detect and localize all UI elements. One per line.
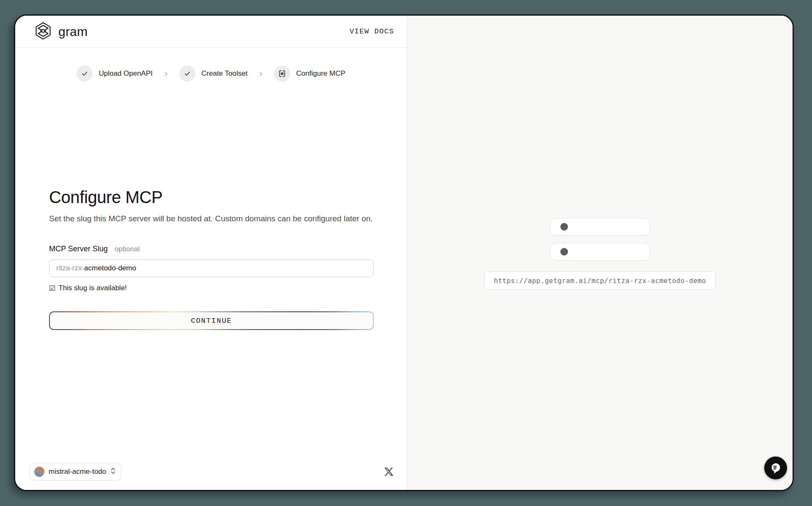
chevron-right-icon — [258, 71, 264, 77]
gram-logo-icon — [34, 22, 52, 42]
checkbox-checked-icon: ☑ — [49, 284, 55, 292]
step-label: Upload OpenAPI — [99, 69, 153, 78]
x-logo-icon — [384, 467, 394, 477]
page-title: Configure MCP — [49, 188, 374, 207]
wizard-footer: mistral-acme-todo — [15, 463, 407, 490]
wizard-pane: gram VIEW DOCS Upload OpenAPI — [15, 16, 407, 490]
step-configure-mcp[interactable]: Configure MCP — [274, 66, 345, 82]
skeleton-dot-icon — [560, 248, 568, 256]
check-icon — [77, 66, 93, 82]
app-header: gram VIEW DOCS — [15, 16, 407, 48]
project-avatar — [34, 467, 44, 477]
configure-mcp-form: Configure MCP Set the slug this MCP serv… — [49, 188, 374, 330]
continue-button[interactable]: CONTINUE — [49, 311, 374, 330]
step-create-toolset[interactable]: Create Toolset — [179, 66, 247, 82]
step-label: Configure MCP — [296, 69, 345, 78]
brand: gram — [34, 22, 88, 42]
project-selector-value: mistral-acme-todo — [49, 468, 106, 476]
slug-field-optional-badge: optional — [115, 245, 140, 253]
skeleton-card — [550, 218, 650, 236]
step-label: Create Toolset — [201, 69, 247, 78]
x-twitter-link[interactable] — [384, 467, 394, 477]
mcp-configure-icon — [274, 66, 290, 82]
slug-value-text: acmetodo-demo — [84, 264, 136, 272]
wizard-stepper: Upload OpenAPI Create Toolset — [15, 66, 407, 82]
select-updown-icon — [110, 467, 116, 477]
chevron-right-icon — [163, 71, 169, 77]
check-icon — [179, 66, 195, 82]
continue-button-label: CONTINUE — [50, 312, 373, 329]
chat-bubble-icon — [769, 462, 782, 474]
skeleton-card — [550, 243, 650, 261]
project-selector-dropdown[interactable]: mistral-acme-todo — [30, 463, 121, 481]
mcp-preview-pane: https://app.getgram.ai/mcp/ritza-rzx-acm… — [407, 16, 793, 490]
slug-field-header: MCP Server Slug optional — [49, 245, 374, 253]
page-subtitle: Set the slug this MCP server will be hos… — [49, 214, 374, 223]
slug-field-label: MCP Server Slug — [49, 245, 108, 253]
slug-availability-message: This slug is available! — [58, 284, 127, 292]
mcp-preview-stack: https://app.getgram.ai/mcp/ritza-rzx-acm… — [407, 218, 793, 290]
mcp-url-preview: https://app.getgram.ai/mcp/ritza-rzx-acm… — [484, 271, 716, 290]
brand-wordmark: gram — [58, 25, 88, 39]
slug-availability-status: ☑ This slug is available! — [49, 284, 374, 292]
step-upload-openapi[interactable]: Upload OpenAPI — [77, 66, 153, 82]
app-window: gram VIEW DOCS Upload OpenAPI — [14, 14, 794, 491]
skeleton-dot-icon — [560, 223, 568, 231]
view-docs-link[interactable]: VIEW DOCS — [350, 28, 394, 36]
slug-prefix-text: ritza-rzx- — [56, 264, 84, 272]
chat-widget-button[interactable] — [764, 456, 787, 479]
mcp-server-slug-input[interactable]: ritza-rzx-acmetodo-demo — [49, 259, 374, 277]
